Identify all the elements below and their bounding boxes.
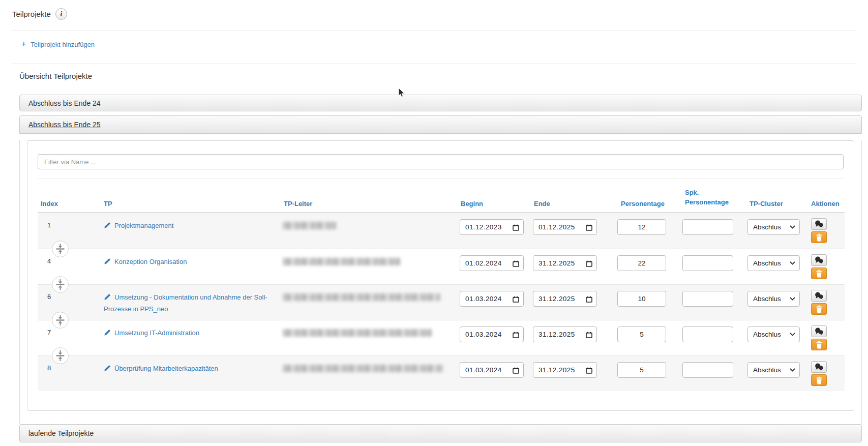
trash-icon	[816, 376, 823, 384]
overview-heading: Übersicht Teilprojekte	[19, 72, 92, 80]
info-icon[interactable]: i	[55, 8, 67, 20]
table-row: 4 Konzeption Organisation	[38, 249, 845, 284]
ende-date-input[interactable]	[533, 291, 597, 307]
beginn-date-input[interactable]	[460, 219, 524, 235]
delete-button[interactable]	[811, 303, 827, 315]
chevron-down-icon	[790, 261, 795, 265]
reorder-merge-icon	[55, 279, 65, 290]
table-body: 1 Projektmanagement	[38, 213, 845, 391]
personentage-input[interactable]	[617, 326, 666, 342]
tp-leiter-redacted	[283, 365, 443, 372]
tp-name-link[interactable]: Projektmanagement	[114, 222, 173, 229]
page-title: Teilprojekte	[12, 10, 51, 18]
ende-date-input[interactable]	[533, 326, 597, 342]
comments-icon	[815, 256, 823, 264]
tp-name-link[interactable]: Konzeption Organisation	[114, 258, 187, 265]
column-header-aktionen: Aktionen	[809, 200, 845, 207]
reorder-merge-icon	[55, 315, 65, 325]
tp-name-link[interactable]: Umsetzung IT-Administration	[114, 329, 199, 337]
spk-personentage-input[interactable]	[682, 219, 733, 235]
comments-icon	[815, 328, 823, 335]
trash-icon	[816, 341, 823, 349]
comments-button[interactable]	[811, 325, 827, 337]
column-header-spk-personentage: Spk. Personentage	[682, 188, 747, 207]
ende-date-input[interactable]	[533, 219, 597, 235]
beginn-date-input[interactable]	[460, 255, 524, 271]
edit-pencil-icon[interactable]	[104, 222, 111, 232]
plus-icon: +	[21, 40, 26, 48]
comments-button[interactable]	[811, 290, 827, 302]
reorder-row-button[interactable]	[52, 347, 69, 364]
add-teilprojekt-label: Teilprojekt hinzufügen	[31, 41, 95, 48]
table-row: 1 Projektmanagement	[38, 213, 845, 249]
divider	[12, 64, 856, 64]
personentage-input[interactable]	[617, 255, 666, 271]
column-header-ende: Ende	[533, 200, 617, 207]
tp-cluster-select[interactable]: Abschlus	[747, 326, 800, 342]
comments-icon	[815, 363, 823, 371]
table-header-row: Index TP TP-Leiter Beginn Ende Personent…	[38, 179, 845, 213]
tp-leiter-redacted	[283, 293, 440, 301]
row-index: 8	[38, 356, 102, 372]
tp-cluster-select[interactable]: Abschlus	[747, 219, 800, 235]
teilprojekte-panel: Index TP TP-Leiter Beginn Ende Personent…	[27, 140, 854, 411]
delete-button[interactable]	[811, 339, 827, 350]
column-header-tp: TP	[102, 200, 283, 207]
spk-personentage-input[interactable]	[682, 326, 733, 342]
tp-cluster-select[interactable]: Abschlus	[747, 291, 800, 307]
filter-input[interactable]	[38, 154, 844, 169]
tp-cluster-value: Abschlus	[753, 259, 781, 267]
tp-leiter-redacted	[283, 258, 400, 265]
delete-button[interactable]	[811, 231, 827, 243]
tp-cluster-value: Abschlus	[753, 223, 781, 231]
tp-cluster-value: Abschlus	[753, 295, 781, 303]
delete-button[interactable]	[811, 267, 827, 279]
tp-cluster-select[interactable]: Abschlus	[747, 362, 800, 378]
trash-icon	[816, 305, 823, 313]
comments-button[interactable]	[811, 218, 827, 230]
tp-cluster-select[interactable]: Abschlus	[747, 255, 800, 271]
personentage-input[interactable]	[617, 291, 666, 307]
personentage-input[interactable]	[617, 219, 666, 235]
tp-name-link[interactable]: Überprüfung Mitarbeiterkapazitäten	[114, 365, 218, 372]
chevron-down-icon	[790, 368, 795, 372]
comments-button[interactable]	[811, 254, 827, 266]
accordion-label: laufende Teilprojekte	[28, 429, 94, 437]
table-row: 7 Umsetzung IT-Administration	[38, 320, 845, 355]
page-header: Teilprojekte i	[12, 8, 67, 20]
teilprojekte-page: Teilprojekte i + Teilprojekt hinzufügen …	[0, 0, 868, 446]
trash-icon	[816, 270, 823, 278]
chevron-down-icon	[790, 225, 795, 229]
spk-personentage-input[interactable]	[682, 255, 733, 271]
tp-name-link[interactable]: Umsetzung - Dokumentation und Abnahme de…	[104, 293, 267, 313]
accordion-laufende-teilprojekte[interactable]: laufende Teilprojekte	[19, 424, 862, 442]
comments-icon	[815, 220, 823, 228]
teilprojekte-table: Index TP TP-Leiter Beginn Ende Personent…	[38, 179, 845, 391]
reorder-row-button[interactable]	[52, 312, 69, 329]
edit-pencil-icon[interactable]	[104, 329, 111, 340]
spk-personentage-input[interactable]	[682, 362, 733, 378]
comments-button[interactable]	[811, 361, 827, 373]
reorder-row-button[interactable]	[52, 276, 69, 293]
table-row: 8 Überprüfung Mitarbeiterkapazitäten	[38, 355, 845, 391]
ende-date-input[interactable]	[533, 362, 597, 378]
divider	[12, 31, 856, 31]
delete-button[interactable]	[811, 374, 827, 386]
accordion-abschluss-ende-25[interactable]: Abschluss bis Ende 25	[19, 115, 862, 134]
beginn-date-input[interactable]	[460, 291, 524, 307]
accordion-abschluss-ende-24[interactable]: Abschluss bis Ende 24	[19, 95, 862, 111]
personentage-input[interactable]	[617, 362, 666, 378]
edit-pencil-icon[interactable]	[104, 258, 111, 269]
accordion-label: Abschluss bis Ende 25	[28, 121, 101, 129]
row-index: 7	[38, 320, 102, 336]
reorder-row-button[interactable]	[52, 241, 69, 257]
beginn-date-input[interactable]	[460, 362, 524, 378]
edit-pencil-icon[interactable]	[104, 293, 111, 304]
add-teilprojekt-button[interactable]: + Teilprojekt hinzufügen	[21, 40, 95, 48]
tp-leiter-redacted	[283, 222, 336, 229]
beginn-date-input[interactable]	[460, 326, 524, 342]
spk-personentage-input[interactable]	[682, 291, 733, 307]
ende-date-input[interactable]	[533, 255, 597, 271]
edit-pencil-icon[interactable]	[104, 365, 111, 375]
column-header-tp-cluster: TP-Cluster	[747, 200, 809, 207]
